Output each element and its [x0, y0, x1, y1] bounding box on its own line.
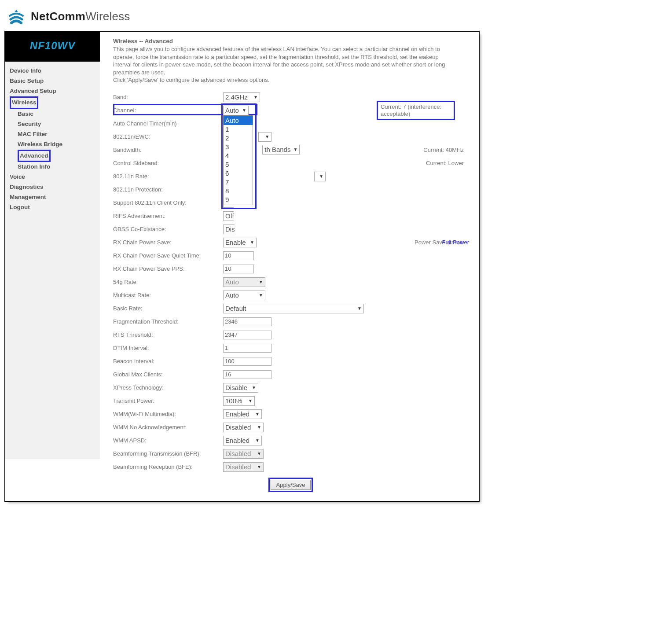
chevron-down-icon: ▼	[259, 293, 263, 298]
channel-option[interactable]: 9	[224, 195, 253, 204]
label-rx-ps: RX Chain Power Save:	[113, 239, 223, 246]
nav-advanced-setup[interactable]: Advanced Setup	[10, 86, 97, 96]
select-xpress[interactable]: Disable▼	[223, 383, 258, 393]
nav-voice[interactable]: Voice	[10, 172, 97, 182]
nav-wireless-advanced[interactable]: Advanced	[18, 150, 51, 162]
select-rifs[interactable]: Off	[223, 211, 234, 221]
select-obss[interactable]: Dis	[223, 224, 235, 234]
nav-wireless-bridge[interactable]: Wireless Bridge	[18, 140, 97, 150]
chevron-down-icon: ▼	[257, 425, 261, 430]
label-auto-timer: Auto Channel Timer(min)	[113, 120, 223, 127]
label-bfe: Beamforming Reception (BFE):	[113, 464, 223, 470]
channel-option[interactable]: 7	[224, 178, 253, 187]
nav-wireless-basic[interactable]: Basic	[18, 109, 97, 119]
select-bfe[interactable]: Disabled▼	[223, 462, 264, 472]
channel-dropdown-list[interactable]: Auto 1 2 3 4 5 6 7 8 9	[223, 115, 253, 205]
label-rx-ps-qt: RX Chain Power Save Quiet Time:	[113, 252, 223, 259]
content: Wireless -- Advanced This page allws you…	[100, 32, 479, 501]
select-txpower[interactable]: 100%▼	[223, 396, 255, 406]
label-txpower: Transmit Power:	[113, 397, 223, 404]
brand-text: NetCommWireless	[31, 10, 130, 23]
nav-management[interactable]: Management	[10, 192, 97, 202]
channel-option[interactable]: 6	[224, 169, 253, 178]
label-wmm: WMM(Wi-Fi Multimedia):	[113, 411, 223, 417]
label-client-only: Support 802.11n Client Only:	[113, 199, 223, 206]
nav-wireless-station[interactable]: Station Info	[18, 162, 97, 172]
chevron-down-icon: ▼	[265, 134, 269, 139]
nav-wireless[interactable]: Wireless	[10, 96, 38, 109]
nav-diagnostics[interactable]: Diagnostics	[10, 182, 97, 192]
highlight-apply: Apply/Save	[268, 478, 313, 492]
channel-option[interactable]: 3	[224, 143, 253, 151]
chevron-down-icon: ▼	[253, 95, 258, 99]
select-channel[interactable]: Auto▼	[223, 106, 249, 115]
chevron-down-icon: ▼	[252, 385, 256, 390]
select-bfr[interactable]: Disabled▼	[223, 449, 264, 459]
label-beacon: Beacon Interval:	[113, 358, 223, 364]
page-desc: This page allws you to configure advance…	[113, 45, 456, 76]
channel-option[interactable]: 1	[224, 125, 253, 134]
label-frag: Fragmentation Threshold:	[113, 318, 223, 325]
chevron-down-icon: ▼	[248, 398, 253, 403]
wifi-icon	[7, 8, 26, 25]
channel-option[interactable]: 8	[224, 187, 253, 195]
select-mcast[interactable]: Auto▼	[223, 291, 265, 300]
input-gmc[interactable]	[223, 370, 271, 379]
select-wmm-noack[interactable]: Disabled▼	[223, 423, 264, 432]
select-ewc[interactable]: ▼	[258, 132, 271, 142]
model-header: NF10WV	[5, 32, 100, 62]
input-beacon[interactable]	[223, 357, 271, 366]
chevron-down-icon: ▼	[257, 451, 261, 456]
select-wmm-apsd[interactable]: Enabled▼	[223, 436, 262, 445]
nav-basic-setup[interactable]: Basic Setup	[10, 76, 97, 86]
label-gmc: Global Max Clients:	[113, 371, 223, 378]
select-wmm[interactable]: Enabled▼	[223, 409, 262, 419]
label-rx-ps-pps: RX Chain Power Save PPS:	[113, 265, 223, 272]
chevron-down-icon: ▼	[255, 412, 260, 416]
input-rx-ps-qt[interactable]	[223, 251, 254, 260]
channel-option[interactable]: 5	[224, 160, 253, 169]
select-band[interactable]: 2.4GHz▼	[223, 92, 260, 102]
ctrl-sideband-current: Current: Lower	[426, 160, 468, 166]
label-band: Band:	[113, 94, 223, 100]
chevron-down-icon: ▼	[242, 108, 246, 113]
page-title: Wireless -- Advanced	[113, 38, 468, 44]
input-dtim[interactable]	[223, 344, 271, 353]
label-ctrl-sideband: Control Sideband:	[113, 160, 223, 166]
label-rts: RTS Threshold:	[113, 331, 223, 338]
channel-option[interactable]: 2	[224, 134, 253, 143]
label-obss: OBSS Co-Existance:	[113, 226, 223, 232]
input-frag[interactable]	[223, 317, 271, 326]
app-frame: NF10WV Device Info Basic Setup Advanced …	[4, 31, 480, 502]
select-54g[interactable]: Auto▼	[223, 277, 265, 287]
channel-current-status: Current: 7 (interference: acceptable)	[377, 101, 455, 121]
form: Current: 7 (interference: acceptable) Ba…	[113, 91, 468, 492]
label-prot-n: 802.11n Protection:	[113, 186, 223, 193]
chevron-down-icon: ▼	[293, 147, 297, 152]
label-bfr: Beamforming Transmission (BFR):	[113, 450, 223, 457]
rx-ps-status-value: Full Power	[442, 239, 469, 246]
page-desc2: Click 'Apply/Save' to configure the adva…	[113, 76, 456, 84]
chevron-down-icon: ▼	[319, 174, 323, 179]
nav: Device Info Basic Setup Advanced Setup W…	[5, 62, 100, 459]
nav-logout[interactable]: Logout	[10, 202, 97, 213]
channel-option[interactable]: 4	[224, 151, 253, 160]
chevron-down-icon: ▼	[259, 280, 263, 284]
nav-wireless-macfilter[interactable]: MAC Filter	[18, 129, 97, 140]
nav-device-info[interactable]: Device Info	[10, 66, 97, 76]
select-bandwidth-bands[interactable]: th Bands▼	[262, 145, 300, 155]
label-ewc: 802.11n/EWC:	[113, 133, 223, 140]
input-rx-ps-pps[interactable]	[223, 265, 254, 273]
channel-option[interactable]: Auto	[224, 116, 253, 125]
select-rate-n-right[interactable]: ▼	[314, 172, 326, 181]
label-wmm-noack: WMM No Acknowledgement:	[113, 424, 223, 431]
brand-logo: NetCommWireless	[4, 4, 649, 31]
label-dtim: DTIM Interval:	[113, 345, 223, 351]
select-rx-ps[interactable]: Enable▼	[223, 238, 257, 247]
nav-wireless-security[interactable]: Security	[18, 119, 97, 129]
chevron-down-icon: ▼	[257, 464, 261, 469]
input-rts[interactable]	[223, 331, 271, 339]
label-xpress: XPress Technology:	[113, 384, 223, 391]
select-basic-rate[interactable]: Default▼	[223, 304, 364, 313]
apply-save-button[interactable]: Apply/Save	[271, 480, 311, 490]
